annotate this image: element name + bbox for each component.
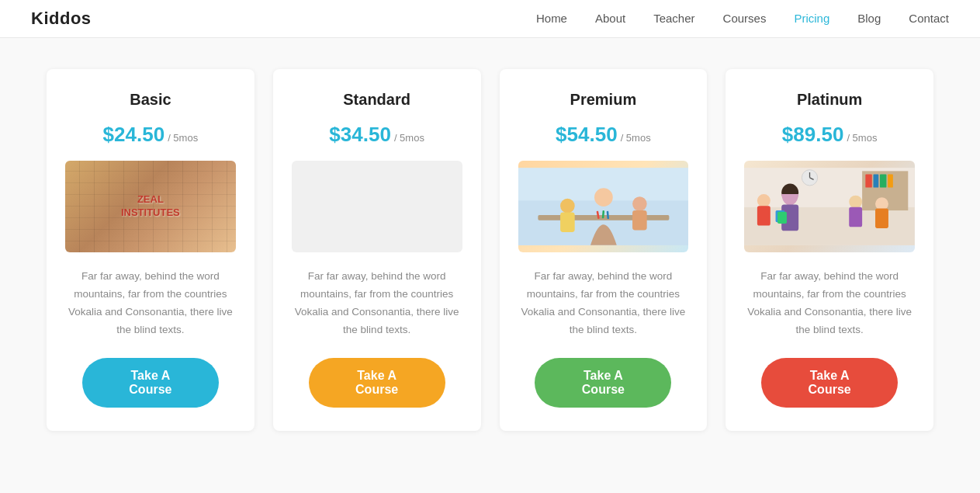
platinum-price-period: / 5mos: [847, 132, 877, 144]
pricing-cards-grid: Basic $24.50 / 5mos ZEALINSTITUTES Far f…: [47, 69, 933, 431]
card-platinum-image: [744, 161, 915, 252]
svg-rect-7: [632, 210, 647, 230]
card-basic: Basic $24.50 / 5mos ZEALINSTITUTES Far f…: [47, 69, 255, 431]
card-premium-title: Premium: [570, 91, 637, 109]
premium-price-period: / 5mos: [621, 132, 651, 144]
standard-price-amount: $34.50: [329, 123, 391, 147]
card-premium: Premium $54.50 / 5mos: [500, 69, 708, 431]
nav-item-courses[interactable]: Courses: [723, 12, 767, 26]
main-nav: Kiddos Home About Teacher Courses Pricin…: [0, 0, 980, 38]
card-basic-image: ZEALINSTITUTES: [65, 161, 236, 252]
card-standard-description: Far far away, behind the word mountains,…: [292, 268, 462, 339]
premium-image-svg: [518, 161, 689, 252]
card-platinum-title: Platinum: [797, 91, 862, 109]
card-platinum: Platinum $89.50 / 5mos: [725, 69, 933, 431]
nav-item-pricing[interactable]: Pricing: [794, 12, 829, 26]
svg-point-6: [632, 196, 647, 211]
premium-take-course-button[interactable]: Take A Course: [535, 358, 671, 408]
svg-point-27: [849, 196, 862, 209]
main-content: Basic $24.50 / 5mos ZEALINSTITUTES Far f…: [0, 38, 980, 493]
premium-price-amount: $54.50: [556, 123, 618, 147]
svg-point-3: [594, 188, 613, 207]
svg-rect-24: [777, 212, 787, 224]
nav-item-about[interactable]: About: [595, 12, 625, 26]
platinum-take-course-button[interactable]: Take A Course: [761, 358, 898, 408]
nav-item-teacher[interactable]: Teacher: [653, 12, 694, 26]
site-logo[interactable]: Kiddos: [31, 9, 92, 29]
basic-take-course-button[interactable]: Take A Course: [82, 358, 219, 408]
card-basic-description: Far far away, behind the word mountains,…: [65, 268, 236, 339]
svg-rect-17: [888, 175, 893, 188]
basic-price-period: / 5mos: [168, 132, 198, 144]
nav-item-contact[interactable]: Contact: [909, 12, 949, 26]
card-standard: Standard $34.50 / 5mos Far far away, beh…: [273, 69, 481, 431]
nav-links: Home About Teacher Courses Pricing Blog …: [536, 12, 949, 26]
svg-rect-26: [757, 206, 770, 225]
card-standard-image: [292, 161, 462, 252]
svg-rect-15: [874, 175, 879, 188]
card-basic-price: $24.50 / 5mos: [103, 123, 199, 147]
card-standard-title: Standard: [343, 91, 410, 109]
card-standard-price: $34.50 / 5mos: [329, 123, 424, 147]
svg-rect-28: [849, 207, 862, 227]
svg-point-25: [757, 194, 770, 207]
basic-image-text: ZEALINSTITUTES: [121, 193, 180, 220]
card-platinum-price: $89.50 / 5mos: [782, 123, 878, 147]
card-premium-description: Far far away, behind the word mountains,…: [518, 268, 689, 339]
svg-rect-16: [880, 175, 886, 188]
standard-price-period: / 5mos: [394, 132, 424, 144]
card-premium-image: [518, 161, 689, 252]
standard-take-course-button[interactable]: Take A Course: [309, 358, 445, 408]
svg-rect-5: [560, 213, 575, 232]
svg-rect-14: [866, 175, 872, 188]
svg-rect-30: [875, 209, 888, 228]
platinum-image-svg: [744, 161, 915, 252]
card-basic-title: Basic: [130, 91, 171, 109]
platinum-price-amount: $89.50: [782, 123, 844, 147]
basic-price-amount: $24.50: [103, 123, 165, 147]
card-premium-price: $54.50 / 5mos: [556, 123, 651, 147]
nav-item-home[interactable]: Home: [536, 12, 567, 26]
svg-point-4: [560, 199, 575, 214]
nav-item-blog[interactable]: Blog: [857, 12, 881, 26]
card-platinum-description: Far far away, behind the word mountains,…: [744, 268, 915, 339]
